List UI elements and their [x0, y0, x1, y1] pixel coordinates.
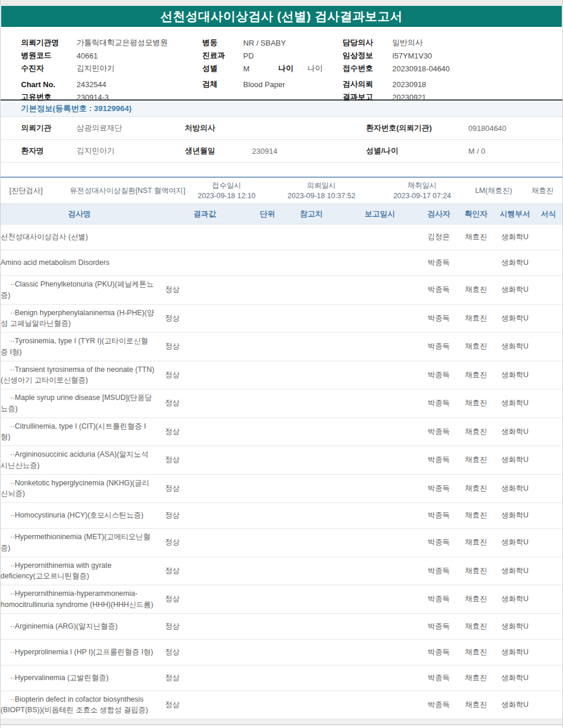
tester-cell: 박종득 — [421, 370, 457, 380]
field-value: PD — [243, 51, 254, 60]
confirmer-cell: 채효진 — [457, 566, 495, 576]
tester-cell: 박종득 — [421, 700, 457, 710]
test-name-cell: Amino acid metabolism Disorders — [1, 254, 158, 271]
table-row: ··Tyrosinemia, type I (TYR I)(고타이로신혈증 I형… — [1, 333, 562, 361]
tester-cell: 박종득 — [421, 673, 457, 683]
header-field: 접수번호20230918-04640 — [343, 62, 559, 75]
department-cell: 생화학U — [495, 313, 534, 323]
confirmer-cell: 채효진 — [457, 484, 495, 494]
collect-datetime-cell: 채취일시 2023-09-17 07:24 — [380, 180, 465, 201]
field-value: 가톨릭대학교은평성모병원 — [77, 37, 168, 48]
test-name-cell: ··Hypermethioninemia (MET)(고메티오닌혈증) — [1, 529, 158, 557]
result-value-cell: 정상 — [158, 622, 251, 632]
header-column-middle: 병동NR / SBABY진료과PD성별M나이나이검체Blood Paper — [202, 36, 340, 91]
header-field: 병동NR / SBABY — [202, 36, 340, 49]
department-cell: 생화학U — [495, 285, 534, 295]
result-value-cell: 정상 — [158, 370, 251, 380]
table-row: 선천성대사이상검사 (선별)김정은채효진생화학U — [1, 225, 562, 250]
diagnostic-tag: [진단검사] — [1, 185, 65, 196]
test-name-cell: ··Argininemia (ARG)(알지닌혈증) — [1, 618, 158, 635]
field-label: 접수번호 — [343, 63, 392, 74]
result-value-cell: 정상 — [158, 341, 251, 351]
field-label: Chart No. — [21, 80, 77, 89]
field-label: 검체 — [202, 79, 243, 89]
confirmer-cell: 채효진 — [457, 285, 495, 295]
header-field: 결과보고20230921 — [343, 91, 559, 103]
header-field: 진료과PD — [202, 49, 340, 62]
tester-cell: 박종득 — [421, 258, 457, 268]
results-table-header: 검사명결과값단위참고치보고일시검사자확인자시행부서서식 — [1, 203, 562, 225]
field-value: 김지민아기 — [77, 146, 185, 156]
header-field: 담당의사일반의사 — [343, 36, 559, 49]
field-value: 230914-3 — [77, 93, 109, 102]
test-name-cell: ··Nonketotic hyperglycinemia (NKHG)(글리신뇌… — [1, 475, 158, 503]
collector-name: LM(채효진) — [464, 185, 523, 196]
confirmer-cell: 채효진 — [457, 622, 495, 632]
tester-cell: 박종득 — [421, 427, 457, 437]
field-label: 병원코드 — [21, 50, 77, 61]
tester-cell: 박종득 — [421, 398, 457, 408]
col-header-department: 시행부서 — [495, 209, 534, 219]
request-label: 의뢰일시 — [263, 180, 380, 191]
field-value: 20230918-04640 — [392, 64, 450, 73]
field-label: 성별 — [202, 63, 243, 74]
receive-value: 2023-09-18 12:10 — [190, 191, 263, 201]
table-row: ··Nonketotic hyperglycinemia (NKHG)(글리신뇌… — [1, 475, 562, 503]
department-cell: 생화학U — [495, 510, 534, 520]
test-name-cell: ··Hyperprolinemia I (HP I)(고프롤린혈증 I형) — [1, 644, 158, 661]
test-name-cell: ··Tyrosinemia, type I (TYR I)(고타이로신혈증 I형… — [1, 333, 158, 361]
collector-name-2: 채효진 — [523, 185, 562, 196]
test-name-cell: ··Citrullinemia, type I (CIT)(시트룰린혈증 I형) — [1, 418, 158, 446]
tester-cell: 박종득 — [421, 647, 457, 657]
receive-datetime-cell: 접수일시 2023-09-18 12:10 — [190, 180, 263, 201]
collect-label: 채취일시 — [380, 180, 465, 191]
department-cell: 생화학U — [495, 341, 534, 351]
confirmer-cell: 채효진 — [457, 398, 495, 408]
department-cell: 생화학U — [495, 566, 534, 576]
confirmer-cell: 채효진 — [457, 370, 495, 380]
test-name-cell: ··Homocystinuria (HCY)(호모시스틴뇨증) — [1, 507, 158, 524]
header-column-left: 의뢰기관명가톨릭대학교은평성모병원병원코드40661수진자김지민아기Chart … — [21, 36, 196, 103]
header-column-right: 담당의사일반의사임상정보I57YM1V30접수번호20230918-04640검… — [343, 36, 559, 103]
field-value: 20230921 — [392, 93, 426, 102]
result-value-cell: 정상 — [158, 398, 251, 408]
field-label: 진료과 — [202, 50, 243, 61]
department-cell: 생화학U — [495, 673, 534, 683]
tester-cell: 박종득 — [421, 285, 457, 295]
request-datetime-cell: 의뢰일시 2023-09-18 10:37:52 — [263, 180, 380, 201]
confirmer-cell: 채효진 — [457, 427, 495, 437]
department-cell: 생화학U — [495, 232, 534, 242]
table-row: ··Argininemia (ARG)(알지닌혈증)정상박종득채효진생화학U — [1, 614, 562, 640]
header-field: Chart No.2432544 — [21, 78, 196, 91]
table-row: ··Transient tyrosinemia of the neonate (… — [1, 361, 562, 390]
table-row: ··Argininosuccinic aciduria (ASA)(알지노석시닌… — [1, 446, 562, 475]
field-value: 2432544 — [77, 80, 106, 89]
field-value: M / 0 — [468, 147, 562, 156]
header-field: 검체Blood Paper — [202, 78, 340, 91]
field-value-2: 나이 — [308, 63, 323, 74]
col-header-test-name: 검사명 — [1, 209, 158, 219]
col-header-confirmer: 확인자 — [457, 209, 495, 219]
department-cell: 생화학U — [495, 594, 534, 604]
result-value-cell: 정상 — [158, 510, 251, 520]
table-row: ··Hypermethioninemia (MET)(고메티오닌혈증)정상박종득… — [1, 529, 562, 557]
confirmer-cell: 채효진 — [457, 537, 495, 547]
patient-header-section: 의뢰기관명가톨릭대학교은평성모병원병원코드40661수진자김지민아기Chart … — [1, 27, 562, 99]
collect-value: 2023-09-17 07:24 — [380, 191, 465, 201]
confirmer-cell: 채효진 — [457, 455, 495, 465]
basic-info-table: 의뢰기관삼광의료재단처방의사환자번호(의뢰기관)091804640환자명김지민아… — [1, 117, 562, 163]
col-header-tester: 검사자 — [421, 209, 457, 219]
test-name-cell: ··Hyperornithinemia with gyrate deficien… — [1, 557, 158, 585]
field-label: 임상정보 — [343, 50, 392, 61]
department-cell: 생화학U — [495, 427, 534, 437]
diagnostic-test-band: [진단검사] 유전성대사이상질환[NST 혈액여지] 접수일시 2023-09-… — [1, 177, 562, 203]
department-cell: 생화학U — [495, 537, 534, 547]
department-cell: 생화학U — [495, 700, 534, 710]
field-label: 담당의사 — [343, 37, 392, 48]
spacer — [1, 163, 562, 177]
table-row: ··Biopterin defect in cofactor biosynthe… — [1, 691, 562, 720]
department-cell: 생화학U — [495, 484, 534, 494]
result-value-cell: 정상 — [158, 537, 251, 547]
table-row: ··Maple syrup urine disease [MSUD](단풍당뇨증… — [1, 389, 562, 418]
field-label: 결과보고 — [343, 92, 392, 102]
